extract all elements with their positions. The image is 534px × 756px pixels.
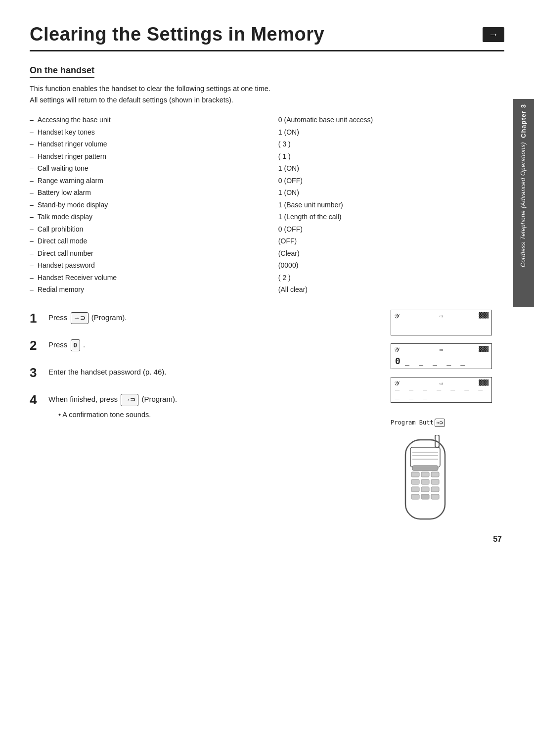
lcd-battery-icon: ▓▓▓ <box>479 346 489 352</box>
page-header: Clearing the Settings in Memory → <box>30 24 504 51</box>
intro-text: This function enables the handset to cle… <box>30 83 504 106</box>
step-row: 4When finished, press →⊃ (Program).A con… <box>30 391 391 421</box>
lcd-content: 0 <box>395 356 402 366</box>
settings-item-right: ( 3 ) <box>278 138 504 150</box>
header-arrow-icon: → <box>483 27 504 42</box>
settings-item-right: ( 1 ) <box>278 150 504 163</box>
step-button: →⊃ <box>71 312 89 325</box>
step-button: 0 <box>71 339 80 352</box>
steps-list: 1Press →⊃ (Program).2Press 0 .3Enter the… <box>30 310 391 529</box>
settings-item-left: –Handset Receiver volume <box>30 272 278 284</box>
settings-item-left: –Direct call number <box>30 247 278 260</box>
lcd-arrow-icon: ⇨ <box>440 312 444 320</box>
settings-list-right: 0 (Automatic base unit access)1 (ON) ( 3… <box>278 114 504 296</box>
settings-item-right: ( 2 ) <box>278 272 504 284</box>
settings-columns: –Accessing the base unit–Handset key ton… <box>30 114 504 296</box>
step-row: 2Press 0 . <box>30 337 391 353</box>
settings-item-left: –Talk mode display <box>30 211 278 223</box>
settings-item-right: (OFF) <box>278 235 504 247</box>
svg-rect-12 <box>421 487 429 492</box>
settings-item-right: 1 (Length of the call) <box>278 211 504 223</box>
step-bullet: A confirmation tone sounds. <box>58 409 391 421</box>
step-content: Press →⊃ (Program). <box>48 310 391 324</box>
settings-item-right: (Clear) <box>278 247 504 260</box>
svg-rect-8 <box>411 479 419 484</box>
svg-rect-16 <box>431 494 439 499</box>
settings-item-left: –Handset ringer volume <box>30 138 278 150</box>
settings-item-left: –Accessing the base unit <box>30 114 278 126</box>
svg-rect-7 <box>431 472 439 477</box>
lcd-dashes: _ _ _ _ _ _ _ _ _ _ <box>395 381 491 399</box>
lcd-antenna-icon: 𝒴 <box>394 346 399 354</box>
settings-item-left: –Range warning alarm <box>30 175 278 187</box>
settings-item-left: –Handset ringer pattern <box>30 150 278 163</box>
program-button-label: Program Butt→⊃ <box>391 419 504 427</box>
settings-item-right: (0000) <box>278 259 504 272</box>
lcd-arrow-icon: ⇨ <box>440 346 444 353</box>
settings-item-left: –Call prohibition <box>30 223 278 236</box>
svg-rect-1 <box>410 447 440 467</box>
chapter-label: Chapter 3 <box>520 104 528 138</box>
page-title: Clearing the Settings in Memory <box>30 24 474 45</box>
step-number: 4 <box>30 392 48 408</box>
steps-area: 1Press →⊃ (Program).2Press 0 .3Enter the… <box>30 310 504 529</box>
settings-item-left: –Direct call mode <box>30 235 278 247</box>
step-number: 3 <box>30 365 48 380</box>
phone-illustration <box>391 435 465 529</box>
page-number: 57 <box>493 535 502 544</box>
step-content: Press 0 . <box>48 337 391 351</box>
step-button: →⊃ <box>121 394 138 406</box>
section-heading: On the handset <box>30 65 94 78</box>
settings-item-right: 1 (ON) <box>278 162 504 175</box>
lcd-dashes: _ _ _ _ _ <box>405 357 467 366</box>
settings-item-left: –Call waiting tone <box>30 162 278 175</box>
step-row: 1Press →⊃ (Program). <box>30 310 391 326</box>
svg-rect-9 <box>421 479 429 484</box>
settings-list-left: –Accessing the base unit–Handset key ton… <box>30 114 278 296</box>
settings-item-left: –Handset key tones <box>30 126 278 139</box>
step-content: When finished, press →⊃ (Program).A conf… <box>48 391 391 421</box>
screens-area: 𝒴 ⇨ ▓▓▓ 𝒴 ⇨ ▓▓▓ 0 _ _ _ _ _ 𝒴 ⇨ ▓▓▓ _ _ … <box>391 310 504 529</box>
settings-item-right: 0 (OFF) <box>278 175 504 187</box>
lcd-antenna-icon: 𝒴 <box>394 312 399 320</box>
settings-item-left: –Stand-by mode display <box>30 199 278 211</box>
svg-rect-14 <box>411 494 419 499</box>
lcd-screen: 𝒴 ⇨ ▓▓▓ <box>391 310 492 335</box>
svg-rect-13 <box>431 487 439 492</box>
svg-rect-11 <box>411 487 419 492</box>
settings-item-right: 0 (Automatic base unit access) <box>278 114 504 126</box>
svg-rect-6 <box>421 472 429 477</box>
svg-rect-18 <box>412 466 438 471</box>
settings-item-right: 1 (Base unit number) <box>278 199 504 211</box>
svg-rect-5 <box>411 472 419 477</box>
chapter-sidebar: Chapter 3 Cordless Telephone (Advanced O… <box>513 99 534 307</box>
svg-rect-15 <box>421 494 429 499</box>
chapter-subtitle: Cordless Telephone (Advanced Operations) <box>520 142 528 267</box>
lcd-screen: 𝒴 ⇨ ▓▓▓ 0 _ _ _ _ _ <box>391 343 492 369</box>
lcd-battery-icon: ▓▓▓ <box>479 312 489 319</box>
step-number: 1 <box>30 311 48 326</box>
step-row: 3Enter the handset password (p. 46). <box>30 364 391 380</box>
settings-item-left: –Battery low alarm <box>30 187 278 199</box>
svg-rect-10 <box>431 479 439 484</box>
settings-item-left: –Redial memory <box>30 284 278 296</box>
settings-item-left: –Handset password <box>30 259 278 272</box>
step-number: 2 <box>30 338 48 353</box>
program-btn-inline: →⊃ <box>435 419 445 427</box>
lcd-screen: 𝒴 ⇨ ▓▓▓ _ _ _ _ _ _ _ _ _ _ <box>391 377 492 403</box>
settings-item-right: 1 (ON) <box>278 187 504 199</box>
settings-item-right: 1 (ON) <box>278 126 504 139</box>
step-content: Enter the handset password (p. 46). <box>48 364 391 378</box>
settings-item-right: 0 (OFF) <box>278 223 504 236</box>
settings-item-right: (All clear) <box>278 284 504 296</box>
